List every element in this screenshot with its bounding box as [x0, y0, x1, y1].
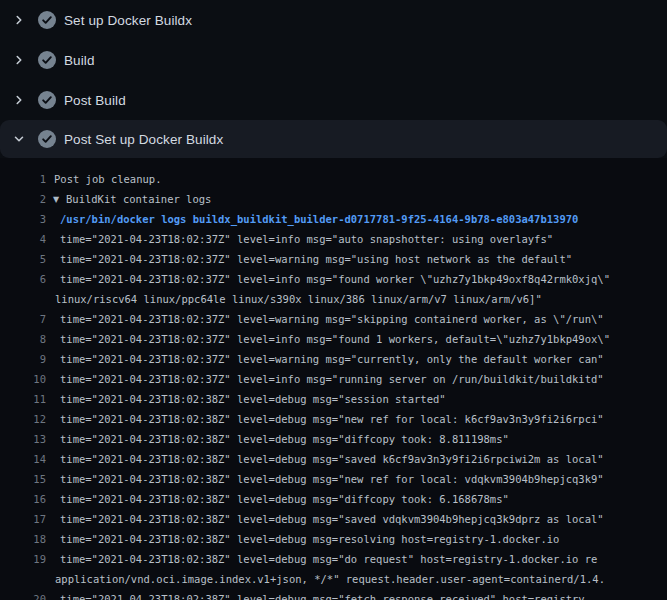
log-line-text: time="2021-04-23T18:02:37Z" level=info m…: [60, 333, 610, 345]
log-row: 5 time="2021-04-23T18:02:37Z" level=warn…: [0, 249, 667, 269]
log-line-text: time="2021-04-23T18:02:38Z" level=debug …: [60, 493, 509, 505]
log-line-text: time="2021-04-23T18:02:38Z" level=debug …: [60, 393, 446, 405]
step-label: Post Set up Docker Buildx: [64, 132, 223, 147]
log-line-number[interactable]: 16: [0, 493, 46, 505]
log-line-number[interactable]: 1: [0, 173, 46, 185]
log-row: 14 time="2021-04-23T18:02:38Z" level=deb…: [0, 449, 667, 469]
log-row: 18 time="2021-04-23T18:02:38Z" level=deb…: [0, 529, 667, 549]
log-line-text: time="2021-04-23T18:02:37Z" level=info m…: [60, 233, 553, 245]
log-line-text: time="2021-04-23T18:02:37Z" level=info m…: [60, 273, 610, 285]
log-line-text: time="2021-04-23T18:02:38Z" level=debug …: [60, 433, 509, 445]
log-line-number[interactable]: 7: [0, 313, 46, 325]
log-row: 15 time="2021-04-23T18:02:38Z" level=deb…: [0, 469, 667, 489]
log-line-number[interactable]: 6: [0, 273, 46, 285]
log-row: 9 time="2021-04-23T18:02:37Z" level=warn…: [0, 349, 667, 369]
check-circle-icon: [38, 130, 56, 148]
log-line-text: time="2021-04-23T18:02:38Z" level=debug …: [60, 593, 591, 600]
log-row: 19 time="2021-04-23T18:02:38Z" level=deb…: [0, 549, 667, 569]
log-line-text: time="2021-04-23T18:02:37Z" level=warnin…: [60, 253, 572, 265]
log-row: 10 time="2021-04-23T18:02:37Z" level=inf…: [0, 369, 667, 389]
log-line-number[interactable]: 18: [0, 533, 46, 545]
log-line-text: linux/riscv64 linux/ppc64le linux/s390x …: [55, 293, 542, 305]
step-label: Build: [64, 53, 95, 68]
check-circle-icon: [38, 51, 56, 69]
chevron-right-icon: [12, 13, 26, 27]
log-line-text: time="2021-04-23T18:02:38Z" level=debug …: [60, 533, 559, 545]
chevron-right-icon: [12, 53, 26, 67]
log-line-text: time="2021-04-23T18:02:37Z" level=warnin…: [60, 353, 604, 365]
log-line-text: time="2021-04-23T18:02:38Z" level=debug …: [60, 473, 604, 485]
log-row: application/vnd.oci.image.index.v1+json,…: [0, 569, 667, 589]
log-row: 17 time="2021-04-23T18:02:38Z" level=deb…: [0, 509, 667, 529]
log-row: 7 time="2021-04-23T18:02:37Z" level=warn…: [0, 309, 667, 329]
group-toggle-icon[interactable]: ▼: [53, 195, 62, 204]
log-line-number[interactable]: 13: [0, 433, 46, 445]
step-label: Set up Docker Buildx: [64, 13, 192, 28]
log-line-text: time="2021-04-23T18:02:38Z" level=debug …: [60, 553, 597, 565]
log-row: 13 time="2021-04-23T18:02:38Z" level=deb…: [0, 429, 667, 449]
log-row: 3 /usr/bin/docker logs buildx_buildkit_b…: [0, 209, 667, 229]
steps-list: Set up Docker Buildx Build Post Build: [0, 0, 667, 120]
log-area: 1 Post job cleanup. 2 ▼ BuildKit contain…: [0, 158, 667, 600]
log-row: 8 time="2021-04-23T18:02:37Z" level=info…: [0, 329, 667, 349]
log-line-number[interactable]: 5: [0, 253, 46, 265]
log-row: 2 ▼ BuildKit container logs: [0, 189, 667, 209]
log-line-text: /usr/bin/docker logs buildx_buildkit_bui…: [60, 213, 578, 225]
log-line-number[interactable]: 9: [0, 353, 46, 365]
log-line-text: BuildKit container logs: [66, 193, 211, 205]
log-row: 12 time="2021-04-23T18:02:38Z" level=deb…: [0, 409, 667, 429]
log-line-number[interactable]: 14: [0, 453, 46, 465]
log-row: 11 time="2021-04-23T18:02:38Z" level=deb…: [0, 389, 667, 409]
log-line-number[interactable]: 20: [0, 593, 46, 600]
chevron-down-icon: [12, 132, 26, 146]
step-row[interactable]: Set up Docker Buildx: [0, 0, 667, 40]
log-row: 20 time="2021-04-23T18:02:38Z" level=deb…: [0, 589, 667, 600]
log-line-number[interactable]: 12: [0, 413, 46, 425]
log-line-text: time="2021-04-23T18:02:37Z" level=warnin…: [60, 313, 604, 325]
chevron-right-icon: [12, 93, 26, 107]
log-line-number[interactable]: 11: [0, 393, 46, 405]
log-row: 16 time="2021-04-23T18:02:38Z" level=deb…: [0, 489, 667, 509]
log-line-number[interactable]: 10: [0, 373, 46, 385]
log-line-number[interactable]: 3: [0, 213, 46, 225]
step-label: Post Build: [64, 93, 126, 108]
log-line-number[interactable]: 15: [0, 473, 46, 485]
log-row: 1 Post job cleanup.: [0, 169, 667, 189]
log-line-text: time="2021-04-23T18:02:38Z" level=debug …: [60, 513, 604, 525]
log-viewer: Set up Docker Buildx Build Post Build Po…: [0, 0, 667, 600]
log-line-number[interactable]: 2: [0, 193, 46, 205]
log-line-text: application/vnd.oci.image.index.v1+json,…: [55, 573, 605, 585]
expanded-step-header[interactable]: Post Set up Docker Buildx: [0, 120, 667, 158]
log-line-text: time="2021-04-23T18:02:38Z" level=debug …: [60, 453, 604, 465]
check-circle-icon: [38, 11, 56, 29]
log-line-text: Post job cleanup.: [54, 173, 161, 185]
log-line-number[interactable]: 19: [0, 553, 46, 565]
log-line-number[interactable]: 17: [0, 513, 46, 525]
check-circle-icon: [38, 91, 56, 109]
log-line-text: time="2021-04-23T18:02:37Z" level=info m…: [60, 373, 604, 385]
log-row: linux/riscv64 linux/ppc64le linux/s390x …: [0, 289, 667, 309]
log-line-text: time="2021-04-23T18:02:38Z" level=debug …: [60, 413, 604, 425]
log-line-number[interactable]: 8: [0, 333, 46, 345]
step-row[interactable]: Build: [0, 40, 667, 80]
log-lines: 1 Post job cleanup. 2 ▼ BuildKit contain…: [0, 169, 667, 600]
step-row[interactable]: Post Build: [0, 80, 667, 120]
log-line-number[interactable]: 4: [0, 233, 46, 245]
log-row: 6 time="2021-04-23T18:02:37Z" level=info…: [0, 269, 667, 289]
log-row: 4 time="2021-04-23T18:02:37Z" level=info…: [0, 229, 667, 249]
